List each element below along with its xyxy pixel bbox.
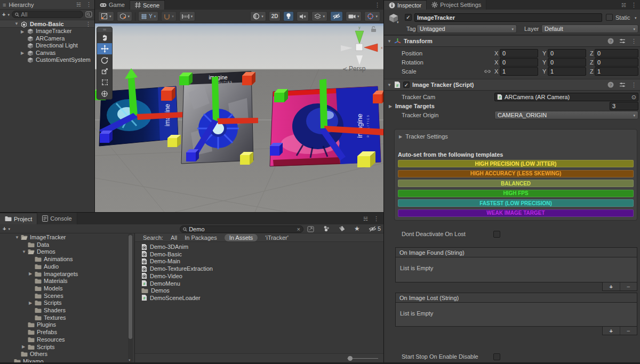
tree-item[interactable]: Plugins <box>0 321 134 328</box>
rotate-tool-button[interactable] <box>97 54 112 66</box>
remove-event-button[interactable]: − <box>620 327 637 335</box>
hierarchy-item[interactable]: CustomEventSystem <box>0 56 94 64</box>
scrollbar-thumb[interactable] <box>129 235 132 339</box>
tree-item[interactable]: Animations <box>0 255 134 263</box>
hierarchy-search[interactable] <box>12 11 83 18</box>
search-window-icon[interactable] <box>85 11 92 18</box>
tree-item[interactable]: Others <box>0 350 134 358</box>
tab-scene[interactable]: Scene <box>130 0 165 10</box>
result-item[interactable]: #DemoMenu <box>141 280 383 287</box>
add-event-button[interactable]: + <box>603 282 620 290</box>
transform-tool-button[interactable] <box>97 88 112 99</box>
result-item[interactable]: Demo-Basic <box>141 250 383 258</box>
scope-all[interactable]: All <box>171 234 177 241</box>
scale-x-input[interactable] <box>500 67 538 76</box>
snap-increment-button[interactable]: ▾ <box>161 11 177 21</box>
foldout-open-icon[interactable]: ▼ <box>387 83 391 87</box>
image-target-ladybug[interactable]: imagine REALITIES <box>270 79 383 167</box>
persp-label[interactable]: ≺ Persp <box>342 65 366 72</box>
tree-item[interactable]: Textures <box>0 314 134 321</box>
scene-camera-button[interactable]: ▾ <box>346 11 362 21</box>
result-item[interactable]: Demos <box>141 287 383 294</box>
lock-icon[interactable]: ☵ <box>363 216 368 222</box>
project-tree-scrollbar[interactable]: ▾ <box>128 233 133 362</box>
help-icon[interactable]: ? <box>607 38 614 44</box>
help-icon[interactable]: ? <box>607 82 614 88</box>
remove-event-button[interactable]: − <box>620 282 637 290</box>
template-high-accuracy-button[interactable]: HIGH ACCURACY (LESS SKEWING) <box>398 170 634 177</box>
grid-visibility-button[interactable]: Y ▾ <box>138 11 158 21</box>
template-weak-image-target-button[interactable]: WEAK IMAGE TARGET <box>398 209 634 217</box>
tree-item[interactable]: ▶Imagetargets <box>0 270 134 278</box>
tracker-cam-object-field[interactable]: # ARCamera (AR Camera) ⊙ <box>494 93 638 101</box>
scale-tool-button[interactable] <box>97 66 112 77</box>
add-event-button[interactable]: + <box>603 327 620 335</box>
image-tracker-header[interactable]: ▼ # ✓ Image Tracker (Script) ? ⋮ <box>384 79 640 91</box>
tree-item[interactable]: ▼ImageTracker <box>0 233 134 241</box>
scroll-down-icon[interactable]: ▾ <box>129 358 131 362</box>
effects-button[interactable]: ▾ <box>311 11 327 21</box>
tab-game[interactable]: Game <box>95 0 130 10</box>
presets-icon[interactable] <box>619 82 626 88</box>
scale-y-input[interactable] <box>548 67 586 76</box>
more-menu-icon[interactable]: ⋮ <box>86 2 92 7</box>
save-search-icon[interactable] <box>307 226 314 232</box>
foldout-open-icon[interactable]: ▼ <box>14 21 19 26</box>
project-search[interactable]: × <box>180 225 303 233</box>
asset-bundle-icon[interactable] <box>323 225 330 232</box>
template-high-precision-button[interactable]: HIGH PRECISION (LOW JITTER) <box>398 160 634 167</box>
active-checkbox[interactable]: ✓ <box>405 14 412 21</box>
presets-icon[interactable] <box>619 38 626 44</box>
tab-inspector[interactable]: Inspector <box>384 0 427 10</box>
component-enabled-checkbox[interactable]: ✓ <box>403 82 410 88</box>
result-item[interactable]: Demo-Video <box>141 272 383 280</box>
scene-more-icon[interactable]: ⋮ <box>85 21 91 27</box>
position-y-input[interactable] <box>548 49 586 58</box>
image-target-flower[interactable]: imagine REALITIES <box>179 71 258 165</box>
scene-more-icon[interactable]: ⋮ <box>374 2 380 8</box>
overlay-drag-handle[interactable]: ═ <box>97 27 112 32</box>
scene-viewport[interactable]: imagine <box>95 23 383 212</box>
tree-item[interactable]: Audio <box>0 263 134 270</box>
tracker-settings-foldout[interactable]: ▶ Tracker Settings <box>399 133 448 140</box>
tab-project[interactable]: Project <box>0 213 37 224</box>
tree-item[interactable]: Shaders <box>0 306 134 314</box>
scene-visibility-button[interactable] <box>330 11 343 21</box>
result-item[interactable]: Demo-TextureExtraction <box>141 265 383 272</box>
shading-mode-button[interactable]: ▾ <box>250 11 266 21</box>
hierarchy-item[interactable]: ARCamera <box>0 35 94 43</box>
dont-deactivate-checkbox[interactable] <box>493 231 500 238</box>
hierarchy-search-input[interactable] <box>21 11 80 18</box>
template-high-fps-button[interactable]: HIGH FPS <box>398 190 634 197</box>
image-targets-count-input[interactable] <box>610 102 638 110</box>
clear-search-icon[interactable]: × <box>297 226 300 232</box>
foldout-closed-icon[interactable]: ▶ <box>21 29 24 34</box>
more-menu-icon[interactable]: ⋮ <box>373 216 379 222</box>
project-search-input[interactable] <box>189 226 295 232</box>
zoom-slider-knob[interactable] <box>348 356 353 361</box>
object-picker-icon[interactable]: ⊙ <box>631 94 636 101</box>
foldout-open-icon[interactable]: ▼ <box>387 39 391 44</box>
hidden-count-toggle[interactable]: 5 <box>369 225 381 232</box>
tab-console[interactable]: Console <box>37 213 77 224</box>
tree-item[interactable]: ▶Scripts <box>0 299 134 306</box>
layer-dropdown[interactable]: Default▾ <box>541 25 638 33</box>
label-tag-icon[interactable] <box>339 225 346 232</box>
add-gameobject-button[interactable]: + <box>2 11 5 18</box>
rect-tool-button[interactable] <box>97 77 112 88</box>
saved-query[interactable]: 'iTracker' <box>265 234 289 241</box>
component-menu-icon[interactable]: ⋮ <box>631 82 637 88</box>
lock-icon[interactable]: ☵ <box>76 2 81 7</box>
hierarchy-item[interactable]: ▶ ImageTracker <box>0 28 94 35</box>
tree-item[interactable]: Prefabs <box>0 328 134 336</box>
more-menu-icon[interactable]: ⋮ <box>631 2 637 8</box>
tree-item[interactable]: ▶Scripts <box>0 343 134 351</box>
event-header[interactable]: On Image Found (String) <box>396 248 637 257</box>
hierarchy-item[interactable]: Directional Light <box>0 42 94 50</box>
position-z-input[interactable] <box>595 49 638 58</box>
tree-item[interactable]: Mixamo <box>0 358 134 362</box>
tree-item[interactable]: Scenes <box>0 292 134 300</box>
rotation-y-input[interactable] <box>548 58 586 67</box>
gizmos-button[interactable]: ▾ <box>364 11 380 21</box>
template-fastest-button[interactable]: FASTEST (LOW PRECISION) <box>398 199 634 207</box>
